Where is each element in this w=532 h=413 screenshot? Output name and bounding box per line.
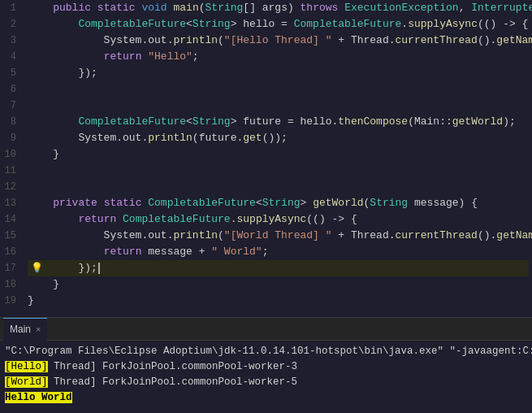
code-token: getName — [496, 33, 532, 49]
console-line: [Hello] Thread] ForkJoinPool.commonPool-… — [5, 359, 527, 375]
line-number: 9 — [0, 130, 19, 146]
line-number: 18 — [0, 276, 19, 293]
code-line: System.out.println("[Hello Thread] " + T… — [28, 33, 529, 49]
code-line: return CompletableFuture.supplyAsync(() … — [28, 211, 529, 228]
code-token — [116, 211, 123, 228]
code-line: return "Hello"; — [28, 49, 529, 65]
code-token: println — [173, 228, 218, 244]
code-token: static — [104, 195, 142, 211]
code-token: System.out. — [28, 33, 173, 49]
code-token: "Hello" — [148, 49, 192, 65]
code-token: InterruptedException — [471, 0, 532, 16]
code-token — [136, 0, 142, 16]
editor-area: 12345678910111213141516171819 public sta… — [0, 0, 532, 317]
code-token: CompletableFuture — [148, 195, 256, 211]
panel-tab-bar: Main × — [0, 318, 532, 341]
code-token: public — [53, 0, 91, 16]
code-line — [28, 163, 529, 179]
console-output: "C:\Program Files\Eclipse Adoptium\jdk-1… — [0, 341, 532, 409]
console-line: Hello World — [5, 390, 527, 406]
code-token: CompletableFuture — [78, 16, 186, 33]
tab-close-icon[interactable]: × — [36, 324, 41, 334]
line-number: 1 — [0, 0, 19, 16]
code-line: } — [28, 293, 529, 309]
code-token: System.out. — [28, 130, 148, 146]
code-line — [28, 98, 529, 114]
line-number: 16 — [0, 244, 19, 260]
code-token: message + — [141, 244, 211, 260]
code-token: < — [186, 16, 192, 33]
line-number: 15 — [0, 228, 19, 244]
line-number: 2 — [0, 16, 19, 33]
code-token: currentThread — [396, 228, 478, 244]
code-token: }); — [28, 65, 97, 81]
code-token: return — [104, 49, 142, 65]
code-token: getWorld — [313, 195, 363, 211]
code-token: < — [186, 114, 192, 130]
code-token: > — [301, 195, 314, 211]
code-line: 💡 }); — [28, 260, 529, 276]
line-number: 19 — [0, 293, 19, 309]
code-token — [97, 195, 104, 211]
code-token: (). — [478, 33, 496, 49]
highlighted-prefix: [Hello] — [5, 361, 48, 372]
lightbulb-icon: 💡 — [31, 260, 43, 276]
code-token: String — [262, 195, 301, 211]
code-token — [338, 0, 344, 16]
line-number: 3 — [0, 33, 19, 49]
line-number: 5 — [0, 65, 19, 81]
code-token: private — [53, 195, 97, 211]
code-line: System.out.println(future.get()); — [28, 130, 529, 146]
code-container: 12345678910111213141516171819 public sta… — [0, 0, 532, 317]
code-token — [141, 49, 148, 65]
code-token — [28, 49, 104, 65]
console-line: "C:\Program Files\Eclipse Adoptium\jdk-1… — [5, 344, 527, 359]
code-token: . — [231, 211, 237, 228]
code-token: currentThread — [396, 33, 478, 49]
line-number: 11 — [0, 163, 19, 179]
code-line: } — [28, 276, 529, 293]
code-token: ExecutionException — [344, 0, 458, 16]
code-token — [167, 0, 174, 16]
code-token: return — [104, 244, 142, 260]
code-token — [91, 0, 97, 16]
console-tab[interactable]: Main × — [3, 318, 47, 341]
code-token: (Main:: — [408, 114, 452, 130]
code-token: ( — [218, 33, 224, 49]
code-line: CompletableFuture<String> future = hello… — [28, 114, 529, 130]
code-token — [28, 114, 78, 130]
code-token: + Thread. — [331, 33, 395, 49]
code-token: (() -> { — [306, 211, 357, 228]
code-token: (). — [478, 228, 496, 244]
code-token — [141, 195, 148, 211]
code-token — [28, 211, 78, 228]
tab-label: Main — [10, 324, 31, 335]
highlighted-text: Hello World — [5, 392, 72, 403]
code-content[interactable]: public static void main(String[] args) t… — [24, 0, 532, 317]
code-token: main — [174, 0, 199, 16]
code-token — [28, 244, 104, 260]
bottom-panel: Main × "C:\Program Files\Eclipse Adoptiu… — [0, 317, 532, 413]
code-token: message) { — [408, 195, 478, 211]
code-token: println — [173, 33, 218, 49]
code-token: " World" — [211, 244, 262, 260]
code-token: ( — [199, 0, 205, 16]
code-token: return — [78, 211, 116, 228]
highlighted-prefix: [World] — [5, 376, 48, 388]
code-token: CompletableFuture — [294, 16, 402, 33]
code-token: [] args) — [243, 0, 300, 16]
code-token — [28, 0, 53, 16]
code-line: private static CompletableFuture<String>… — [28, 195, 529, 211]
code-token: void — [141, 0, 167, 16]
code-token: ; — [192, 49, 199, 65]
code-line: CompletableFuture<String> hello = Comple… — [28, 16, 529, 33]
code-token: println — [148, 130, 192, 146]
code-line — [28, 81, 529, 98]
code-token: ( — [218, 228, 224, 244]
line-number: 10 — [0, 146, 19, 163]
code-token — [28, 195, 53, 211]
code-token: String — [192, 114, 231, 130]
code-line: } — [28, 146, 529, 163]
line-number: 4 — [0, 49, 19, 65]
code-token: ()); — [262, 130, 288, 146]
